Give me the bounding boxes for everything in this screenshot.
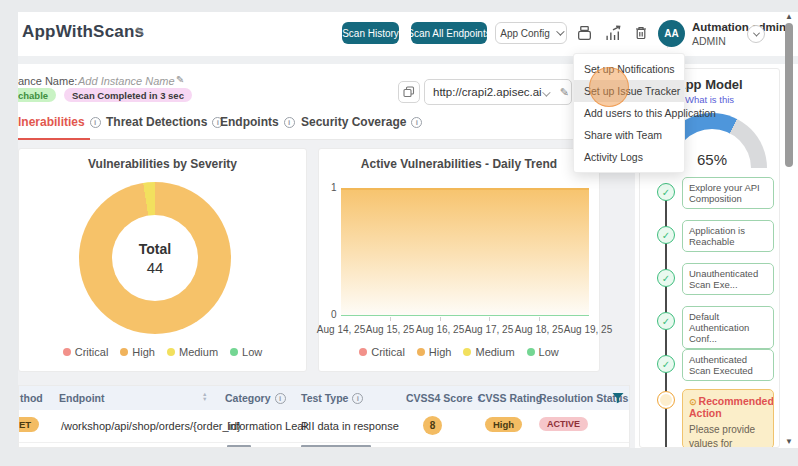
high-dot-icon: [417, 348, 425, 356]
edit-url-icon[interactable]: ✎: [554, 86, 575, 99]
filter-funnel-icon[interactable]: [612, 392, 624, 404]
menu-item-share-with-team[interactable]: Share with Team: [574, 124, 684, 146]
analytics-icon[interactable]: [605, 25, 623, 43]
high-dot-icon: [120, 348, 128, 356]
table-row[interactable]: ET /workshop/api/shop/orders/{order_id} …: [19, 410, 630, 443]
edit-title-icon[interactable]: ✎: [135, 25, 145, 39]
info-icon[interactable]: i: [352, 393, 363, 404]
resolution-status-badge: ACTIVE: [539, 417, 588, 431]
chevron-down-icon: [556, 27, 564, 35]
legend-low[interactable]: Low: [527, 346, 559, 358]
trend-area-plot[interactable]: [341, 188, 589, 316]
app-url: http://crapi2.apisec.ai: [425, 86, 542, 98]
category-cell: Information Leak: [227, 420, 309, 432]
trash-icon[interactable]: [633, 25, 651, 43]
app-config-button[interactable]: App Config: [495, 22, 567, 44]
user-name: Autmation admin: [692, 21, 786, 33]
step-item[interactable]: Default Authentication Conf...: [682, 306, 774, 349]
step-item[interactable]: Application is Reachable: [682, 220, 774, 252]
step-item[interactable]: Authenticated Scan Executed: [682, 349, 774, 381]
app-actions-menu: Set up Notifications Set up Issue Tracke…: [573, 53, 685, 173]
recommended-action-title: ⊙Recommended Action: [689, 395, 767, 419]
x-label-3: Aug 17, 25: [463, 324, 515, 335]
col-cvss4-score[interactable]: CVSS4 Score▲▼: [406, 392, 482, 404]
col-method[interactable]: thod: [20, 392, 43, 404]
menu-item-activity-logs[interactable]: Activity Logs: [574, 146, 684, 168]
recommended-action-box[interactable]: ⊙Recommended Action Please provide value…: [682, 389, 774, 448]
scan-history-button[interactable]: Scan History: [342, 22, 399, 44]
scan-all-endpoints-button[interactable]: Scan All Endpoints: [411, 22, 487, 44]
avatar[interactable]: AA: [658, 20, 685, 47]
cvss-rating-badge: High: [485, 417, 522, 432]
trend-chart-card: Active Vulnerabilities - Daily Trend 1 0…: [318, 148, 600, 372]
y-axis-tick-0: 0: [331, 309, 337, 320]
critical-dot-icon: [359, 348, 367, 356]
test-type-cell: PII data in response: [301, 420, 399, 432]
instance-name-placeholder[interactable]: Add Instance Name: [78, 75, 175, 87]
severity-chart-title: Vulnerabilities by Severity: [19, 157, 306, 171]
tab-security-coverage[interactable]: Security Coveragei: [301, 115, 422, 129]
menu-item-add-users[interactable]: Add users to this Application: [574, 102, 684, 124]
step-check-icon: ✓: [657, 355, 675, 373]
top-bar: AppWithScans ✎ Scan History Scan All End…: [18, 12, 798, 56]
user-role: ADMIN: [692, 35, 726, 47]
scrollbar-up-icon[interactable]: ▲: [783, 12, 795, 21]
col-endpoint[interactable]: Endpoint: [59, 392, 105, 404]
method-badge: ET: [18, 417, 39, 432]
col-category[interactable]: Categoryi: [225, 392, 286, 404]
step-item[interactable]: Explore your API Composition: [682, 177, 774, 209]
info-icon[interactable]: i: [411, 117, 422, 128]
url-chevron-down-icon[interactable]: [542, 83, 548, 101]
donut-total-label: Total: [139, 241, 171, 257]
trend-chart-title: Active Vulnerabilities - Daily Trend: [319, 157, 599, 171]
menu-item-set-up-notifications[interactable]: Set up Notifications: [574, 58, 684, 80]
step-check-icon: ✓: [657, 183, 675, 201]
scrollbar-thumb[interactable]: [785, 23, 793, 167]
legend-high[interactable]: High: [417, 346, 452, 358]
legend-high[interactable]: High: [120, 346, 155, 358]
action-icon: ⊙: [689, 397, 697, 407]
endpoint-cell: /workshop/api/shop/orders/{order_id}: [61, 420, 241, 432]
copy-url-button[interactable]: [398, 81, 420, 103]
cvss4-score-badge: 8: [423, 416, 442, 435]
legend-low[interactable]: Low: [230, 346, 262, 358]
medium-dot-icon: [167, 348, 175, 356]
legend-critical[interactable]: Critical: [63, 346, 109, 358]
crop-edge: [0, 0, 798, 12]
scrollbar-down-icon[interactable]: ▼: [783, 437, 795, 446]
app-url-field[interactable]: http://crapi2.apisec.ai ✎: [424, 79, 572, 105]
app-config-label: App Config: [500, 28, 549, 39]
crop-edge: [0, 0, 18, 466]
info-icon[interactable]: i: [284, 117, 295, 128]
tab-vulnerabilities[interactable]: lnerabilitiesi: [18, 115, 101, 129]
low-dot-icon: [230, 348, 238, 356]
endpoint-sort-icon[interactable]: ▲▼: [202, 392, 207, 401]
legend-critical[interactable]: Critical: [359, 346, 405, 358]
legend-medium[interactable]: Medium: [463, 346, 514, 358]
severity-donut-chart[interactable]: Total 44: [79, 182, 231, 334]
edit-instance-icon[interactable]: ✎: [176, 74, 184, 85]
x-label-0: Aug 14, 25: [315, 324, 367, 335]
col-test-type[interactable]: Test Typei: [301, 392, 363, 404]
print-icon[interactable]: [576, 25, 594, 43]
medium-dot-icon: [463, 348, 471, 356]
tab-endpoints[interactable]: Endpointsi: [220, 115, 295, 129]
trend-legend: Critical High Medium Low: [319, 346, 599, 358]
vulnerabilities-table: thod Endpoint ▲▼ Categoryi Test Typei CV…: [18, 385, 630, 448]
y-axis-tick-1: 1: [331, 182, 337, 193]
info-icon[interactable]: i: [90, 117, 101, 128]
info-icon[interactable]: i: [275, 393, 286, 404]
main-window: AppWithScans ✎ Scan History Scan All End…: [18, 12, 798, 448]
menu-item-set-up-issue-tracker[interactable]: Set up Issue Tracker: [574, 80, 684, 102]
user-menu-chevron[interactable]: [747, 25, 765, 43]
x-label-4: Aug 18, 25: [513, 324, 565, 335]
step-item[interactable]: Unauthenticated Scan Exe...: [682, 263, 774, 295]
step-check-icon: ✓: [657, 312, 675, 330]
tab-threat-detections[interactable]: Threat Detectionsi: [106, 115, 223, 129]
table-header-row: thod Endpoint ▲▼ Categoryi Test Typei CV…: [19, 386, 630, 410]
severity-chart-card: Vulnerabilities by Severity Total 44 Cri…: [18, 148, 307, 372]
legend-medium[interactable]: Medium: [167, 346, 218, 358]
col-cvss-rating[interactable]: CVSS Rating: [478, 392, 542, 404]
donut-center: Total 44: [112, 215, 198, 301]
x-label-2: Aug 16, 25: [414, 324, 466, 335]
